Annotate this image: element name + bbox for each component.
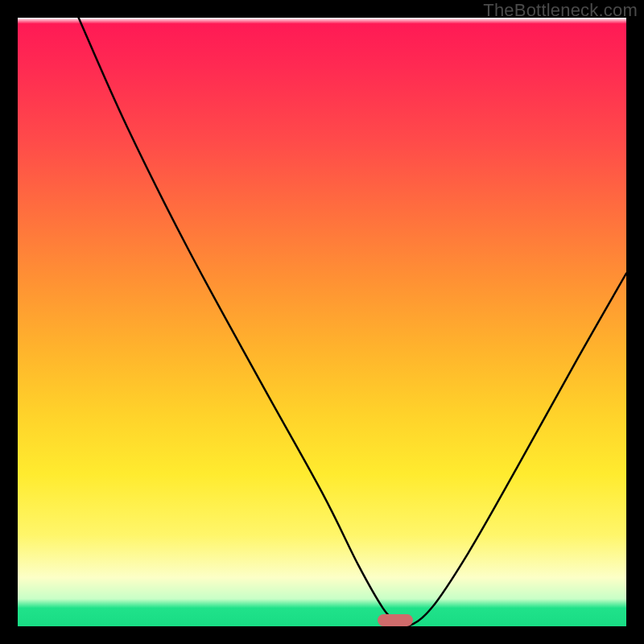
bottleneck-minimum-marker — [378, 614, 413, 626]
chart-container: TheBottleneck.com — [0, 0, 644, 644]
bottleneck-curve — [18, 18, 626, 626]
curve-path — [79, 18, 626, 626]
plot-area — [18, 18, 626, 626]
watermark-text: TheBottleneck.com — [483, 0, 638, 21]
